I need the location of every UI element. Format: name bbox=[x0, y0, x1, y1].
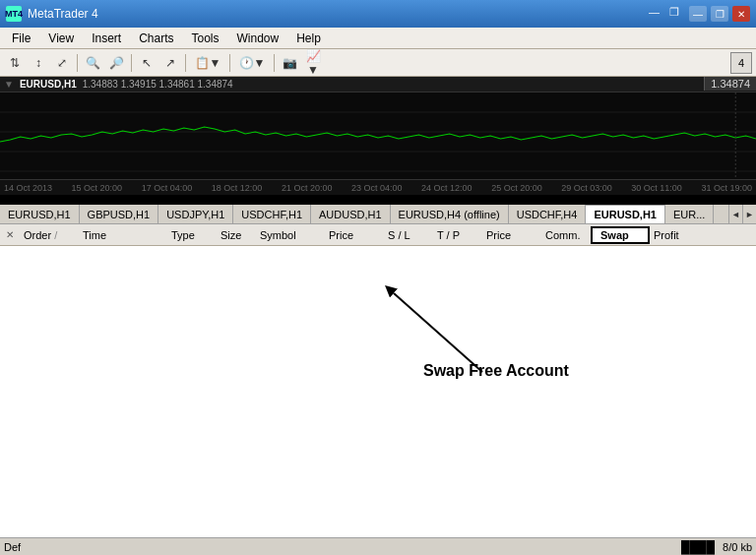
status-right: ████ 8/0 kb bbox=[681, 540, 752, 554]
toolbar-sep-2 bbox=[131, 54, 132, 72]
toolbar: ⇅ ↕ ⤢ 🔍 🔎 ↖ ↗ 📋▼ 🕐▼ 📷 📈▼ 4 bbox=[0, 49, 756, 77]
toolbar-sep-5 bbox=[274, 54, 275, 72]
toolbar-btn-time[interactable]: 🕐▼ bbox=[234, 52, 270, 74]
chart-header: ▼ EURUSD,H1 1.34883 1.34915 1.34861 1.34… bbox=[0, 77, 756, 92]
col-sl[interactable]: S / L bbox=[384, 229, 433, 241]
symbol-tab-4[interactable]: AUDUSD,H1 bbox=[311, 205, 391, 224]
col-tp[interactable]: T / P bbox=[433, 229, 482, 241]
symbol-tab-3[interactable]: USDCHF,H1 bbox=[233, 205, 311, 224]
time-label-9: 30 Oct 11:00 bbox=[631, 183, 682, 193]
menu-file[interactable]: File bbox=[4, 30, 38, 47]
trade-close-btn[interactable]: ✕ bbox=[4, 228, 16, 240]
trade-section: Order / Time Type Size Symbol Price S / … bbox=[0, 224, 756, 543]
col-swap[interactable]: Swap bbox=[591, 226, 650, 244]
menu-window[interactable]: Window bbox=[229, 30, 287, 47]
outer-minimize[interactable]: — bbox=[649, 6, 660, 22]
symbol-tab-1[interactable]: GBPUSD,H1 bbox=[80, 205, 159, 224]
chart-prices: 1.34883 1.34915 1.34861 1.34874 bbox=[83, 79, 233, 90]
chart-canvas[interactable] bbox=[0, 92, 756, 179]
time-label-6: 24 Oct 12:00 bbox=[421, 183, 472, 193]
symbol-tab-5[interactable]: EURUSD,H4 (offline) bbox=[391, 205, 509, 224]
toolbar-sep-4 bbox=[229, 54, 230, 72]
chart-time-axis: 14 Oct 2013 15 Oct 20:00 17 Oct 04:00 18… bbox=[0, 179, 756, 195]
title-bar-left: MT4 MetaTrader 4 bbox=[6, 6, 98, 22]
table-header: Order / Time Type Size Symbol Price S / … bbox=[0, 224, 756, 246]
toolbar-sep-1 bbox=[77, 54, 78, 72]
app-icon: MT4 bbox=[6, 6, 22, 22]
menu-help[interactable]: Help bbox=[288, 30, 329, 47]
menu-tools[interactable]: Tools bbox=[184, 30, 227, 47]
symbol-nav-next[interactable]: ► bbox=[742, 205, 756, 224]
menu-charts[interactable]: Charts bbox=[131, 30, 181, 47]
chart-symbol: EURUSD,H1 bbox=[20, 79, 77, 90]
toolbar-btn-3[interactable]: ⤢ bbox=[51, 52, 73, 74]
symbol-tab-2[interactable]: USDJPY,H1 bbox=[158, 205, 233, 224]
zoom-out-button[interactable]: 🔎 bbox=[105, 52, 127, 74]
col-price[interactable]: Price bbox=[325, 229, 384, 241]
symbol-tab-7[interactable]: EURUSD,H1 bbox=[586, 205, 665, 224]
time-label-7: 25 Oct 20:00 bbox=[491, 183, 542, 193]
status-left: Def bbox=[4, 541, 21, 553]
chart-current-price: 1.34874 bbox=[704, 77, 756, 91]
col-order[interactable]: Order / bbox=[20, 229, 79, 241]
maximize-button[interactable]: ❐ bbox=[711, 6, 728, 22]
col-time[interactable]: Time bbox=[79, 229, 167, 241]
status-bar: Def ████ 8/0 kb bbox=[0, 537, 756, 555]
symbol-tab-8[interactable]: EUR... bbox=[665, 205, 714, 224]
sort-indicator: / bbox=[54, 229, 57, 241]
menu-view[interactable]: View bbox=[40, 30, 82, 47]
minimize-button[interactable]: — bbox=[689, 6, 707, 22]
col-profit[interactable]: Profit bbox=[650, 229, 709, 241]
toolbar-btn-2[interactable]: ↕ bbox=[28, 52, 49, 74]
toolbar-btn-period[interactable]: 📋▼ bbox=[190, 52, 225, 74]
symbol-tab-0[interactable]: EURUSD,H1 bbox=[0, 205, 80, 224]
time-label-1: 15 Oct 20:00 bbox=[72, 183, 123, 193]
price-chart-svg bbox=[0, 92, 756, 179]
toolbar-btn-1[interactable]: ⇅ bbox=[4, 52, 26, 74]
col-type[interactable]: Type bbox=[167, 229, 217, 241]
table-body bbox=[0, 246, 756, 423]
time-label-3: 18 Oct 12:00 bbox=[212, 183, 263, 193]
chart-area: ▼ EURUSD,H1 1.34883 1.34915 1.34861 1.34… bbox=[0, 77, 756, 205]
symbol-nav-prev[interactable]: ◄ bbox=[728, 205, 742, 224]
menu-bar: File View Insert Charts Tools Window Hel… bbox=[0, 28, 756, 49]
toolbar-btn-end[interactable]: ↗ bbox=[159, 52, 181, 74]
time-label-2: 17 Oct 04:00 bbox=[142, 183, 193, 193]
toolbar-right-btn[interactable]: 4 bbox=[730, 52, 752, 74]
zoom-in-button[interactable]: 🔍 bbox=[82, 52, 103, 74]
time-label-10: 31 Oct 19:00 bbox=[701, 183, 752, 193]
toolbar-btn-scroll[interactable]: ↖ bbox=[136, 52, 158, 74]
status-bars-icon: ████ bbox=[681, 540, 715, 554]
symbol-tabs: EURUSD,H1 GBPUSD,H1 USDJPY,H1 USDCHF,H1 … bbox=[0, 205, 756, 224]
time-label-5: 23 Oct 04:00 bbox=[351, 183, 403, 193]
col-comm[interactable]: Comm. bbox=[541, 229, 591, 241]
time-label-4: 21 Oct 20:00 bbox=[282, 183, 333, 193]
time-label-0: 14 Oct 2013 bbox=[4, 183, 52, 193]
toolbar-btn-tpl[interactable]: 📈▼ bbox=[302, 52, 324, 74]
menu-insert[interactable]: Insert bbox=[84, 30, 129, 47]
toolbar-btn-screenshot[interactable]: 📷 bbox=[279, 52, 300, 74]
title-bar: MT4 MetaTrader 4 — ❐ — ❐ ✕ bbox=[0, 0, 756, 28]
chart-collapse-arrow[interactable]: ▼ bbox=[4, 79, 14, 90]
close-button[interactable]: ✕ bbox=[732, 6, 750, 22]
col-price2[interactable]: Price bbox=[482, 229, 541, 241]
title-controls: — ❐ — ❐ ✕ bbox=[649, 6, 750, 22]
symbol-tab-nav: ◄ ► bbox=[728, 205, 756, 224]
col-symbol[interactable]: Symbol bbox=[256, 229, 325, 241]
status-kb: 8/0 kb bbox=[723, 541, 752, 553]
outer-maximize[interactable]: ❐ bbox=[669, 6, 679, 22]
toolbar-sep-3 bbox=[185, 54, 186, 72]
col-size[interactable]: Size bbox=[217, 229, 256, 241]
time-label-8: 29 Oct 03:00 bbox=[561, 183, 612, 193]
symbol-tab-6[interactable]: USDCHF,H4 bbox=[509, 205, 587, 224]
window-title: MetaTrader 4 bbox=[28, 7, 98, 21]
